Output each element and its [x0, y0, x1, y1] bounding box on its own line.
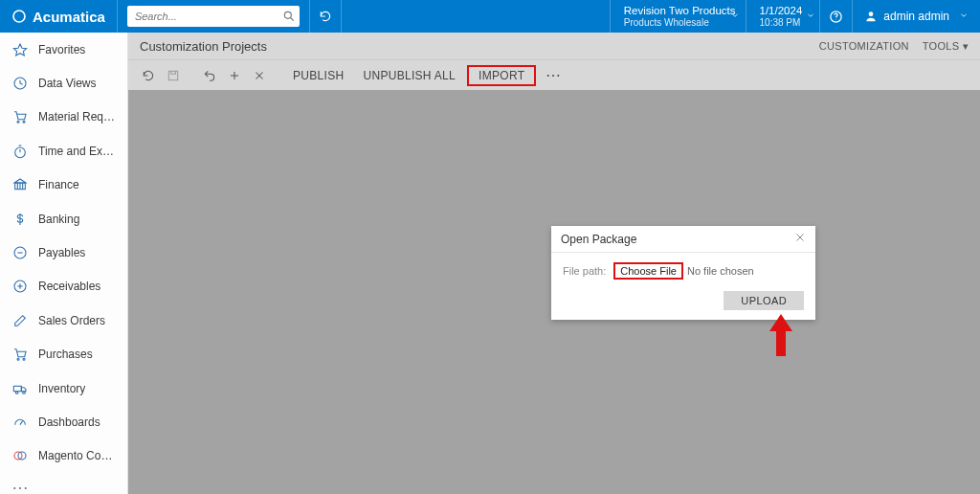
topbar-spacer: [342, 0, 610, 33]
svg-point-5: [869, 11, 874, 16]
top-bar: Acumatica Revision Two Products Products…: [0, 0, 980, 33]
canvas: Open Package File path: Choose File No f…: [128, 90, 980, 494]
stopwatch-icon: [11, 144, 29, 159]
svg-point-4: [835, 19, 836, 20]
dialog-body: File path: Choose File No file chosen: [551, 253, 815, 291]
sidebar-item-label: Banking: [38, 213, 79, 226]
sidebar-item-dataviews[interactable]: Data Views: [0, 66, 127, 100]
open-package-dialog: Open Package File path: Choose File No f…: [551, 226, 815, 320]
choose-file-button[interactable]: Choose File: [613, 262, 683, 280]
date-text: 1/1/2024: [760, 5, 803, 17]
sidebar-more[interactable]: …: [0, 473, 127, 494]
sidebar-item-mrp[interactable]: Material Requirements Planning: [0, 101, 127, 134]
sidebar-item-receivables[interactable]: Receivables: [0, 270, 127, 303]
upload-button[interactable]: UPLOAD: [724, 291, 804, 310]
page-title: Customization Projects: [140, 39, 267, 54]
business-date[interactable]: 1/1/2024 10:38 PM: [746, 0, 820, 33]
page-title-right: CUSTOMIZATION TOOLS: [819, 40, 969, 53]
brand-text: Acumatica: [33, 9, 105, 25]
refresh-top-button[interactable]: [309, 0, 342, 33]
time-text: 10:38 PM: [760, 17, 803, 29]
svg-point-27: [15, 391, 18, 393]
sidebar-item-time[interactable]: Time and Expenses: [0, 134, 127, 168]
search-box: [127, 6, 300, 27]
sidebar-item-banking[interactable]: Banking: [0, 202, 127, 236]
edit-icon: [11, 313, 29, 328]
sidebar-item-salesorders[interactable]: Sales Orders: [0, 303, 127, 337]
truck-icon: [11, 381, 29, 396]
svg-point-9: [23, 122, 25, 124]
sidebar-item-label: Data Views: [38, 77, 96, 90]
sidebar-item-purchases[interactable]: Purchases: [0, 338, 127, 371]
brand[interactable]: Acumatica: [0, 0, 118, 33]
toolbar: PUBLISH UNPUBLISH ALL IMPORT ⋯: [128, 59, 980, 90]
user-name: admin admin: [883, 10, 949, 23]
clock-data-icon: [11, 76, 29, 91]
chevron-down-icon: [806, 10, 815, 23]
sidebar-item-label: Dashboards: [38, 415, 100, 429]
tenant-selector[interactable]: Revision Two Products Products Wholesale: [610, 0, 746, 33]
help-button[interactable]: [819, 0, 852, 33]
no-file-text: No file chosen: [687, 265, 754, 277]
sidebar: Favorites Data Views Material Requiremen…: [0, 33, 128, 494]
svg-line-2: [291, 18, 294, 21]
sidebar-item-label: Favorites: [38, 43, 85, 56]
minus-circle-icon: [11, 245, 29, 260]
svg-point-1: [284, 11, 291, 18]
toolbar-more[interactable]: ⋯: [540, 66, 568, 84]
chevron-down-icon: [730, 10, 740, 23]
body: Favorites Data Views Material Requiremen…: [0, 33, 980, 494]
sidebar-item-label: Receivables: [38, 280, 100, 293]
dialog-footer: UPLOAD: [551, 291, 815, 320]
tools-menu[interactable]: TOOLS: [923, 40, 969, 53]
sidebar-item-finance[interactable]: Finance: [0, 168, 127, 202]
cart2-icon: [11, 347, 29, 362]
magento-icon: [11, 448, 29, 463]
svg-point-10: [15, 147, 26, 158]
publish-button[interactable]: PUBLISH: [285, 66, 351, 85]
plus-icon: [228, 69, 241, 82]
svg-point-24: [17, 359, 19, 361]
unpublish-all-button[interactable]: UNPUBLISH ALL: [355, 66, 463, 85]
sidebar-item-label: Inventory: [38, 382, 85, 395]
refresh-icon: [319, 10, 332, 23]
customization-link[interactable]: CUSTOMIZATION: [819, 40, 909, 53]
page-title-bar: Customization Projects CUSTOMIZATION TOO…: [128, 33, 980, 59]
svg-rect-26: [13, 386, 21, 391]
user-icon: [864, 10, 878, 23]
sidebar-item-favorites[interactable]: Favorites: [0, 33, 127, 66]
tenant-line1: Revision Two Products: [624, 5, 736, 17]
bank-icon: [11, 177, 29, 192]
search-input[interactable]: [127, 11, 278, 22]
save-button[interactable]: [163, 65, 184, 86]
add-button[interactable]: [224, 65, 245, 86]
sidebar-item-magento[interactable]: Magento Connector: [0, 439, 127, 473]
search-wrap: [118, 0, 309, 33]
close-icon: [794, 232, 806, 243]
sidebar-item-label: Purchases: [38, 348, 93, 361]
refresh-button[interactable]: [138, 65, 159, 86]
undo-button[interactable]: [199, 65, 220, 86]
user-menu[interactable]: admin admin: [852, 0, 980, 33]
svg-point-0: [13, 11, 25, 22]
sidebar-item-payables[interactable]: Payables: [0, 236, 127, 269]
refresh-icon: [142, 69, 155, 82]
plus-circle-icon: [11, 279, 29, 294]
dollar-icon: [11, 212, 29, 227]
svg-line-29: [20, 421, 23, 425]
brand-logo-icon: [11, 9, 27, 24]
delete-button[interactable]: [249, 65, 270, 86]
import-button[interactable]: IMPORT: [467, 65, 536, 86]
sidebar-item-label: Payables: [38, 246, 85, 259]
sidebar-item-label: Sales Orders: [38, 314, 105, 327]
dialog-close-button[interactable]: [794, 232, 806, 246]
svg-marker-6: [13, 44, 26, 56]
sidebar-item-label: Finance: [38, 178, 79, 191]
sidebar-item-label: Material Requirements Planning: [38, 110, 116, 124]
sidebar-item-inventory[interactable]: Inventory: [0, 371, 127, 405]
sidebar-item-dashboards[interactable]: Dashboards: [0, 405, 127, 438]
help-icon: [829, 10, 843, 24]
x-icon: [253, 69, 266, 82]
search-icon[interactable]: [278, 10, 300, 23]
svg-point-8: [17, 122, 19, 124]
